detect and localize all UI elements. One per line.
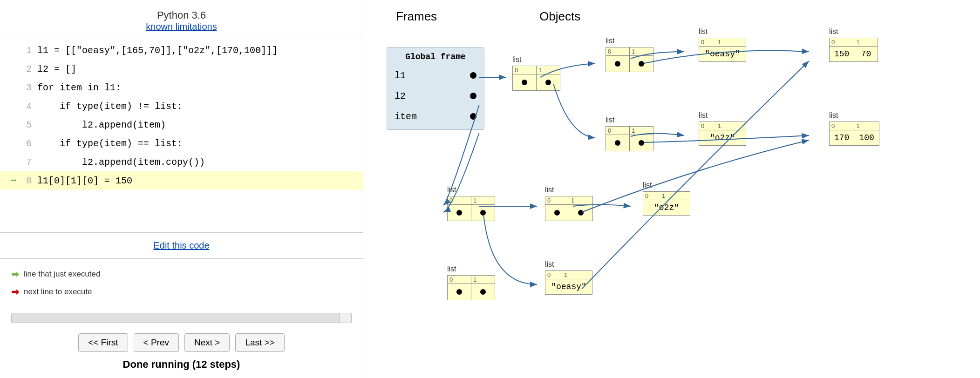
list-cell-oeasy: 0 1 "oeasy" xyxy=(699,38,746,61)
line-arrow-8: ➡ xyxy=(0,175,19,187)
slider-area xyxy=(0,309,363,327)
cell-dot-ep-0 xyxy=(606,56,629,72)
prev-button[interactable]: < Prev xyxy=(134,333,179,352)
line-arrow-4 xyxy=(0,101,19,112)
list-cell-l1-1: 1 xyxy=(537,66,560,90)
slider-thumb[interactable] xyxy=(339,313,351,323)
cell-value-70: 70 xyxy=(854,47,878,61)
frame-row-l2: l2 xyxy=(387,86,484,106)
list-l2-bottom: list 0 1 xyxy=(447,275,495,300)
done-running-label: Done running (12 steps) xyxy=(0,355,363,378)
cell-dot-co2z-1 xyxy=(569,205,592,221)
global-frame: Global frame l1 l2 item xyxy=(387,47,484,130)
legend-red: ➡ next line to execute xyxy=(11,284,352,300)
red-arrow-icon: ➡ xyxy=(11,284,19,300)
code-line-4: 4 if type(item) != list: xyxy=(0,97,363,115)
list-label-150-70: list xyxy=(829,27,838,36)
list-o2z-str: list 0 1 "o2z" xyxy=(699,122,746,146)
cell-value-100: 100 xyxy=(854,130,878,145)
list-cells-l2-bottom: 0 1 xyxy=(447,275,495,300)
edit-this-code-link[interactable]: Edit this code xyxy=(153,240,209,250)
line-code-2: l2 = [] xyxy=(37,64,76,74)
cell-value-o2z: "o2z" xyxy=(699,130,746,145)
list-oeasy-pair: list 0 1 xyxy=(606,47,653,72)
list-cell-l2-1: 1 xyxy=(471,196,495,221)
frame-row-l1: l1 xyxy=(387,65,484,86)
line-code-6: if type(item) == list: xyxy=(37,138,183,149)
list-cell-co2z-1: 1 xyxy=(569,196,592,221)
list-cell-l1-0: 0 xyxy=(513,66,537,90)
code-line-2: 2 l2 = [] xyxy=(0,60,363,78)
list-cells-l2-main: 0 1 xyxy=(447,196,495,221)
global-frame-title: Global frame xyxy=(387,50,484,65)
line-code-1: l1 = [["oeasy",[165,70]],["o2z",[170,100… xyxy=(37,45,278,56)
cell-dot-o2z-0 xyxy=(606,135,629,151)
cell-dot-l2-b0 xyxy=(448,284,471,300)
visualization: Global frame l1 l2 item list 0 xyxy=(382,33,961,359)
list-cells-150-70: 0 150 1 70 xyxy=(829,38,878,62)
right-header: Frames Objects xyxy=(382,9,961,24)
list-cell-170: 0 170 xyxy=(830,122,854,145)
list-cells-l1: 0 1 xyxy=(512,66,560,91)
list-label-o2z-str: list xyxy=(699,111,708,120)
legend-area: ➡ line that just executed ➡ next line to… xyxy=(0,259,363,309)
line-code-3: for item in l1: xyxy=(37,82,121,93)
line-num-2: 2 xyxy=(19,64,37,74)
cell-dot-o2z-1 xyxy=(630,135,653,151)
legend-green: ➡ line that just executed xyxy=(11,266,352,282)
left-header: Python 3.6 known limitations xyxy=(0,0,363,36)
code-line-1: 1 l1 = [["oeasy",[165,70]],["o2z",[170,1… xyxy=(0,41,363,60)
list-label-oeasy-str: list xyxy=(699,27,708,36)
code-line-8: ➡ 8 l1[0][1][0] = 150 xyxy=(0,171,363,190)
list-cell-copy-o2z: 0 1 "o2z" xyxy=(643,192,690,215)
line-num-7: 7 xyxy=(19,157,37,168)
list-oeasy-str: list 0 1 "oeasy" xyxy=(699,38,746,62)
frames-header-label: Frames xyxy=(396,9,437,24)
cell-value-oeasy: "oeasy" xyxy=(699,47,746,61)
nav-buttons: << First < Prev Next > Last >> xyxy=(0,327,363,355)
progress-slider[interactable] xyxy=(11,313,352,323)
red-legend-label: next line to execute xyxy=(24,285,92,299)
right-panel: Frames Objects Global frame l1 l2 item l… xyxy=(363,0,980,378)
list-cell-copy-oeasy: 0 1 "oeasy" xyxy=(545,271,592,294)
line-code-5: l2.append(item) xyxy=(37,120,166,130)
line-code-8: l1[0][1][0] = 150 xyxy=(37,176,132,186)
cell-value-150: 150 xyxy=(830,47,854,61)
list-cell-l2-b0: 0 xyxy=(448,276,471,300)
list-cells-oeasy-pair: 0 1 xyxy=(606,47,653,72)
list-cells-o2z-pair: 0 1 xyxy=(606,126,653,151)
next-button[interactable]: Next > xyxy=(184,333,230,352)
list-cells-copy-oeasy-str: 0 1 "oeasy" xyxy=(545,270,592,295)
cell-dot-l2-b1 xyxy=(471,284,495,300)
list-label-copy-o2z-str: list xyxy=(643,181,652,189)
list-cell-l2-0: 0 xyxy=(448,196,471,221)
first-button[interactable]: << First xyxy=(78,333,128,352)
list-label-l2-main: list xyxy=(447,186,456,194)
list-l1-main: list 0 1 xyxy=(512,66,560,91)
line-arrow-5 xyxy=(0,120,19,130)
edit-link-area: Edit this code xyxy=(0,233,363,259)
cell-value-copy-oeasy: "oeasy" xyxy=(545,279,592,294)
list-l2-main: list 0 1 xyxy=(447,196,495,221)
last-button[interactable]: Last >> xyxy=(235,333,284,352)
list-copy-oeasy-str: list 0 1 "oeasy" xyxy=(545,270,592,295)
code-area: 1 l1 = [["oeasy",[165,70]],["o2z",[170,1… xyxy=(0,36,363,233)
cell-dot-l1-1 xyxy=(537,74,560,90)
list-170-100: list 0 170 1 100 xyxy=(829,122,879,146)
frame-dot-l2 xyxy=(470,93,476,99)
line-num-3: 3 xyxy=(19,82,37,93)
list-label-l2-bottom: list xyxy=(447,265,456,273)
code-line-5: 5 l2.append(item) xyxy=(0,115,363,134)
list-cell-l2-b1: 1 xyxy=(471,276,495,300)
list-copy-o2z-str: list 0 1 "o2z" xyxy=(643,191,690,216)
cell-value-copy-o2z: "o2z" xyxy=(643,200,690,215)
cell-value-170: 170 xyxy=(830,130,854,145)
objects-header-label: Objects xyxy=(539,9,580,24)
known-limitations-link[interactable]: known limitations xyxy=(146,21,217,32)
list-cells-o2z-str: 0 1 "o2z" xyxy=(699,122,746,146)
list-label-copy-o2z-pair: list xyxy=(545,186,554,194)
frame-label-item: item xyxy=(395,111,417,122)
python-version-label: Python 3.6 xyxy=(0,9,363,21)
list-cell-o2z: 0 1 "o2z" xyxy=(699,122,746,145)
list-cells-copy-o2z-pair: 0 1 xyxy=(545,196,593,221)
